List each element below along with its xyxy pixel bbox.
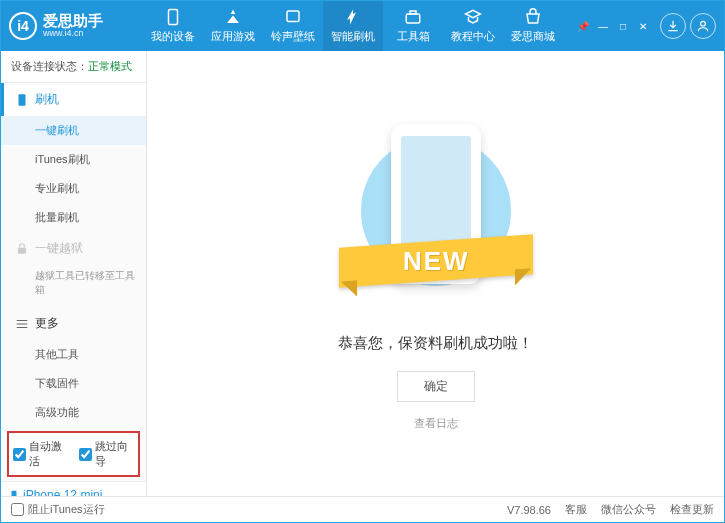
ok-button[interactable]: 确定 xyxy=(397,371,475,402)
svg-rect-2 xyxy=(406,14,420,23)
sidebar-item-advanced[interactable]: 高级功能 xyxy=(1,398,146,427)
sidebar: 设备连接状态：正常模式 刷机 一键刷机 iTunes刷机 专业刷机 批量刷机 一… xyxy=(1,51,147,496)
sidebar-item-other-tools[interactable]: 其他工具 xyxy=(1,340,146,369)
customer-service-link[interactable]: 客服 xyxy=(565,502,587,517)
sidebar-item-download-firmware[interactable]: 下载固件 xyxy=(1,369,146,398)
device-name: iPhone 12 mini xyxy=(9,488,138,496)
section-more[interactable]: 更多 xyxy=(1,307,146,340)
nav-smart-flash[interactable]: 智能刷机 xyxy=(323,1,383,51)
window-buttons: 📌 — □ ✕ xyxy=(576,19,650,33)
user-button[interactable] xyxy=(690,13,716,39)
lock-icon xyxy=(15,242,29,256)
menu-icon xyxy=(15,317,29,331)
close-button[interactable]: ✕ xyxy=(636,19,650,33)
jailbreak-note: 越狱工具已转移至工具箱 xyxy=(1,265,146,307)
sidebar-item-itunes-flash[interactable]: iTunes刷机 xyxy=(1,145,146,174)
device-info[interactable]: iPhone 12 mini 64GB Down-12mini-13,1 xyxy=(1,481,146,496)
svg-rect-6 xyxy=(18,247,26,253)
svg-rect-1 xyxy=(287,11,299,22)
nav-ringtones-wallpapers[interactable]: 铃声壁纸 xyxy=(263,1,323,51)
view-log-link[interactable]: 查看日志 xyxy=(414,416,458,431)
pin-button[interactable]: 📌 xyxy=(576,19,590,33)
checkbox-skip-guide[interactable]: 跳过向导 xyxy=(79,439,135,469)
checkbox-auto-activate[interactable]: 自动激活 xyxy=(13,439,69,469)
phone-icon xyxy=(15,93,29,107)
minimize-button[interactable]: — xyxy=(596,19,610,33)
sidebar-item-one-click-flash[interactable]: 一键刷机 xyxy=(1,116,146,145)
success-message: 恭喜您，保资料刷机成功啦！ xyxy=(338,334,533,353)
sidebar-item-pro-flash[interactable]: 专业刷机 xyxy=(1,174,146,203)
brand-url: www.i4.cn xyxy=(43,29,103,39)
check-update-link[interactable]: 检查更新 xyxy=(670,502,714,517)
download-button[interactable] xyxy=(660,13,686,39)
success-illustration: NEW xyxy=(351,116,521,316)
nav-tutorials[interactable]: 教程中心 xyxy=(443,1,503,51)
top-nav: 我的设备 应用游戏 铃声壁纸 智能刷机 工具箱 教程中心 爱思商城 xyxy=(143,1,576,51)
connection-status: 设备连接状态：正常模式 xyxy=(1,51,146,83)
device-icon xyxy=(9,488,19,496)
sidebar-item-batch-flash[interactable]: 批量刷机 xyxy=(1,203,146,232)
main-content: NEW 恭喜您，保资料刷机成功啦！ 确定 查看日志 xyxy=(147,51,724,496)
logo[interactable]: i4 爱思助手 www.i4.cn xyxy=(9,12,143,40)
logo-icon: i4 xyxy=(9,12,37,40)
nav-store[interactable]: 爱思商城 xyxy=(503,1,563,51)
section-jailbreak: 一键越狱 xyxy=(1,232,146,265)
svg-rect-5 xyxy=(19,94,26,106)
titlebar: i4 爱思助手 www.i4.cn 我的设备 应用游戏 铃声壁纸 智能刷机 工具… xyxy=(1,1,724,51)
section-flash[interactable]: 刷机 xyxy=(1,83,146,116)
checkbox-highlight-row: 自动激活 跳过向导 xyxy=(7,431,140,477)
statusbar: 阻止iTunes运行 V7.98.66 客服 微信公众号 检查更新 xyxy=(1,496,724,522)
body: 设备连接状态：正常模式 刷机 一键刷机 iTunes刷机 专业刷机 批量刷机 一… xyxy=(1,51,724,496)
svg-rect-0 xyxy=(169,10,178,25)
brand-name: 爱思助手 xyxy=(43,13,103,30)
nav-toolbox[interactable]: 工具箱 xyxy=(383,1,443,51)
maximize-button[interactable]: □ xyxy=(616,19,630,33)
app-window: i4 爱思助手 www.i4.cn 我的设备 应用游戏 铃声壁纸 智能刷机 工具… xyxy=(0,0,725,523)
checkbox-block-itunes[interactable]: 阻止iTunes运行 xyxy=(11,502,105,517)
nav-my-device[interactable]: 我的设备 xyxy=(143,1,203,51)
svg-point-4 xyxy=(701,21,706,26)
nav-apps-games[interactable]: 应用游戏 xyxy=(203,1,263,51)
svg-rect-3 xyxy=(410,11,416,14)
titlebar-right: 📌 — □ ✕ xyxy=(576,13,716,39)
wechat-link[interactable]: 微信公众号 xyxy=(601,502,656,517)
version-label: V7.98.66 xyxy=(507,504,551,516)
